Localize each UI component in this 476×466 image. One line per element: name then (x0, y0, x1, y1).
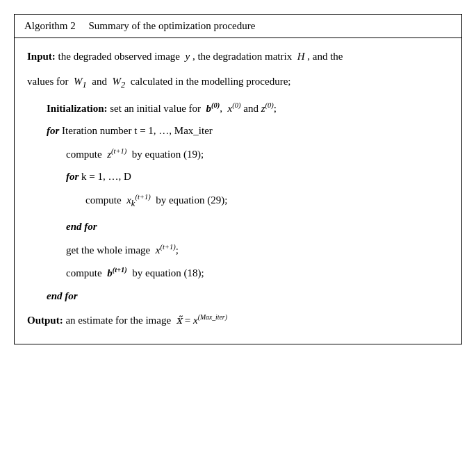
input-line1: Input: the degraded observed image y , t… (27, 48, 449, 66)
init-var-x: x(0) (228, 99, 241, 118)
compute2-eq: by equation (29); (156, 192, 227, 210)
compute2-line: compute xk(t+1) by equation (29); (27, 191, 449, 211)
for1-line: for Iteration number t = 1, …, Max_iter (27, 122, 449, 140)
algorithm-title: Summary of the optimization procedure (89, 20, 256, 31)
for2-line: for k = 1, …, D (27, 168, 449, 186)
compute3-var-b: b(t+1) (107, 264, 127, 283)
compute1-line: compute z(t+1) by equation (19); (27, 145, 449, 164)
getimage-var-x: x(t+1) (156, 241, 176, 260)
init-text: set an initial value for (110, 100, 201, 118)
init-comma1: , (220, 100, 222, 118)
init-var-z: z(0) (261, 99, 274, 118)
input-var-y: y (185, 48, 190, 66)
getimage-line: get the whole image x(t+1) ; (27, 241, 449, 260)
input-label: Input: (27, 48, 56, 66)
endfor1-label: end for (66, 218, 97, 236)
getimage-semicolon: ; (176, 242, 179, 260)
input-var-W1: W1 (74, 73, 87, 92)
input-var-W2: W2 (112, 73, 125, 92)
compute3-text: compute (66, 265, 102, 283)
endfor2-line: end for (27, 288, 449, 306)
endfor1-line: end for (27, 218, 449, 236)
getimage-text1: get the whole image (66, 242, 150, 260)
init-label: Initialization: (47, 100, 108, 118)
algorithm-box: Algorithm 2 Summary of the optimization … (14, 14, 462, 344)
init-var-b: b(0) (206, 99, 220, 118)
compute3-eq: by equation (18); (132, 265, 204, 283)
input-text6: calculated in the modelling procedure; (131, 73, 291, 91)
input-var-H: H (297, 48, 305, 66)
init-line: Initialization: set an initial value for… (27, 99, 449, 118)
output-label: Output: (27, 312, 63, 330)
input-text3: , and the (307, 48, 343, 66)
init-semicolon: ; (274, 100, 277, 118)
for2-label: for (66, 168, 79, 186)
output-line: Output: an estimate for the image x̃ = x… (27, 312, 449, 330)
compute1-text: compute (66, 146, 102, 164)
algorithm-header: Algorithm 2 Summary of the optimization … (15, 15, 461, 38)
init-and: and (243, 100, 258, 118)
output-var-x: x(Max_iter) (193, 312, 227, 330)
input-text4: values for (27, 73, 69, 91)
for2-text: k = 1, …, D (81, 168, 131, 186)
output-text1: an estimate for the image (65, 312, 171, 330)
compute1-var-z: z(t+1) (107, 145, 126, 164)
compute2-var-x: xk(t+1) (126, 191, 150, 211)
input-text5: and (92, 73, 107, 91)
algorithm-body: Input: the degraded observed image y , t… (15, 38, 461, 344)
compute2-text: compute (85, 192, 122, 210)
endfor2-label: end for (47, 288, 78, 306)
output-eq: = (185, 312, 190, 330)
compute3-line: compute b(t+1) by equation (18); (27, 264, 449, 283)
output-var-xtilde: x̃ (177, 312, 182, 330)
for1-text: Iteration number t = 1, …, Max_iter (62, 122, 213, 140)
algorithm-label: Algorithm 2 (24, 20, 76, 31)
input-text1: the degraded observed image (58, 48, 180, 66)
input-text2: , the degradation matrix (192, 48, 292, 66)
compute1-eq: by equation (19); (132, 146, 204, 164)
for1-label: for (47, 122, 59, 140)
input-line2: values for W1 and W2 calculated in the m… (27, 73, 449, 92)
